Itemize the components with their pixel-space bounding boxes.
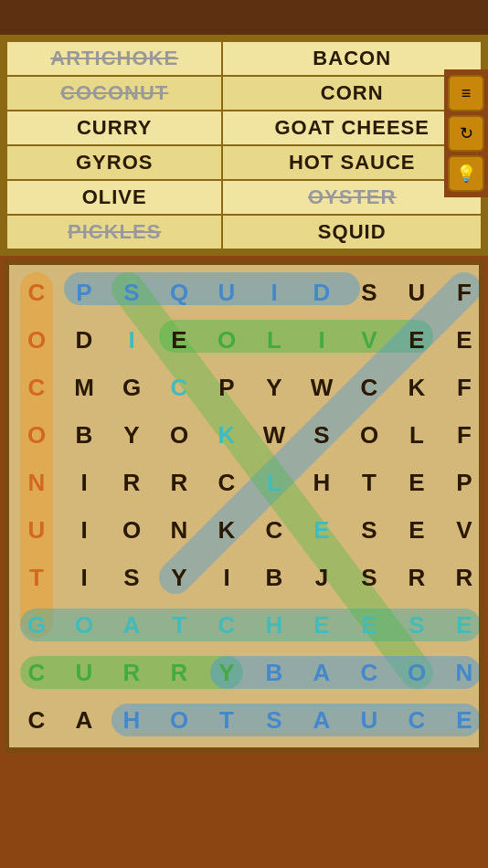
grid-cell[interactable]: A: [60, 696, 108, 744]
grid-cell[interactable]: I: [60, 554, 108, 601]
grid-cell[interactable]: Y: [203, 649, 250, 696]
grid-cell[interactable]: P: [203, 364, 250, 411]
grid-cell[interactable]: C: [13, 696, 60, 744]
grid-cell[interactable]: R: [108, 649, 155, 696]
grid-cell[interactable]: F: [440, 411, 484, 459]
grid-cell[interactable]: E: [393, 316, 440, 364]
grid-cell[interactable]: P: [60, 269, 108, 316]
grid-cell[interactable]: Y: [108, 411, 155, 459]
grid-cell[interactable]: S: [345, 269, 393, 316]
grid-cell[interactable]: S: [345, 506, 393, 554]
grid-cell[interactable]: A: [298, 696, 345, 744]
grid-cell[interactable]: S: [298, 411, 345, 459]
grid-cell[interactable]: W: [298, 364, 345, 411]
grid-cell[interactable]: C: [345, 364, 393, 411]
grid-cell[interactable]: C: [203, 601, 250, 649]
grid-cell[interactable]: V: [345, 316, 393, 364]
grid-cell[interactable]: L: [393, 411, 440, 459]
grid-cell[interactable]: K: [203, 411, 250, 459]
grid-cell[interactable]: A: [108, 601, 155, 649]
grid-cell[interactable]: W: [250, 411, 298, 459]
grid-cell[interactable]: E: [393, 506, 440, 554]
grid-cell[interactable]: I: [203, 554, 250, 601]
grid-cell[interactable]: O: [13, 411, 60, 459]
grid-cell[interactable]: S: [108, 554, 155, 601]
grid-cell[interactable]: B: [250, 554, 298, 601]
grid-cell[interactable]: I: [108, 316, 155, 364]
grid-cell[interactable]: C: [345, 649, 393, 696]
menu-button[interactable]: ≡: [448, 75, 484, 111]
grid-cell[interactable]: O: [13, 316, 60, 364]
grid-cell[interactable]: S: [345, 554, 393, 601]
grid-cell[interactable]: R: [440, 554, 484, 601]
grid-cell[interactable]: Q: [155, 269, 203, 316]
grid-cell[interactable]: I: [60, 459, 108, 506]
grid-cell[interactable]: O: [108, 506, 155, 554]
grid-cell[interactable]: S: [108, 269, 155, 316]
grid-cell[interactable]: U: [345, 696, 393, 744]
grid-cell[interactable]: N: [440, 649, 484, 696]
grid-cell[interactable]: K: [203, 506, 250, 554]
grid-cell[interactable]: I: [60, 506, 108, 554]
grid-cell[interactable]: C: [203, 459, 250, 506]
grid-cell[interactable]: R: [108, 459, 155, 506]
grid-cell[interactable]: E: [155, 316, 203, 364]
refresh-button[interactable]: ↻: [448, 115, 484, 152]
grid-cell[interactable]: T: [203, 696, 250, 744]
grid-cell[interactable]: F: [440, 269, 484, 316]
grid-cell[interactable]: T: [155, 601, 203, 649]
grid-cell[interactable]: O: [155, 411, 203, 459]
grid-cell[interactable]: B: [60, 411, 108, 459]
grid-cell[interactable]: B: [250, 649, 298, 696]
grid-cell[interactable]: E: [298, 601, 345, 649]
grid-cell[interactable]: D: [60, 316, 108, 364]
grid-cell[interactable]: C: [250, 506, 298, 554]
grid-cell[interactable]: G: [13, 601, 60, 649]
grid-cell[interactable]: O: [393, 649, 440, 696]
grid-cell[interactable]: T: [13, 554, 60, 601]
grid-cell[interactable]: M: [60, 364, 108, 411]
grid-cell[interactable]: F: [440, 364, 484, 411]
grid-cell[interactable]: V: [440, 506, 484, 554]
grid-cell[interactable]: J: [298, 554, 345, 601]
grid-cell[interactable]: H: [108, 696, 155, 744]
grid-cell[interactable]: I: [298, 316, 345, 364]
grid-cell[interactable]: O: [203, 316, 250, 364]
grid-cell[interactable]: A: [298, 649, 345, 696]
grid-cell[interactable]: H: [298, 459, 345, 506]
grid-cell[interactable]: E: [393, 459, 440, 506]
grid-cell[interactable]: S: [393, 601, 440, 649]
grid-cell[interactable]: C: [13, 649, 60, 696]
grid-cell[interactable]: R: [155, 649, 203, 696]
grid-cell[interactable]: O: [345, 411, 393, 459]
grid-cell[interactable]: L: [250, 316, 298, 364]
grid-cell[interactable]: E: [298, 506, 345, 554]
grid-cell[interactable]: T: [345, 459, 393, 506]
grid-cell[interactable]: E: [440, 601, 484, 649]
grid-cell[interactable]: G: [108, 364, 155, 411]
grid-cell[interactable]: N: [155, 506, 203, 554]
grid-cell[interactable]: U: [13, 506, 60, 554]
grid-cell[interactable]: C: [393, 696, 440, 744]
grid-cell[interactable]: E: [440, 696, 484, 744]
grid-cell[interactable]: U: [60, 649, 108, 696]
grid-cell[interactable]: O: [155, 696, 203, 744]
grid-cell[interactable]: C: [13, 364, 60, 411]
grid-cell[interactable]: H: [250, 601, 298, 649]
grid-cell[interactable]: Y: [250, 364, 298, 411]
grid-cell[interactable]: R: [155, 459, 203, 506]
grid-cell[interactable]: C: [13, 269, 60, 316]
grid-cell[interactable]: L: [250, 459, 298, 506]
grid-cell[interactable]: C: [155, 364, 203, 411]
grid-cell[interactable]: K: [393, 364, 440, 411]
grid-cell[interactable]: E: [440, 316, 484, 364]
grid-cell[interactable]: E: [345, 601, 393, 649]
hint-button[interactable]: 💡: [448, 155, 484, 192]
grid-cell[interactable]: D: [298, 269, 345, 316]
grid-cell[interactable]: O: [60, 601, 108, 649]
grid-cell[interactable]: I: [250, 269, 298, 316]
grid-cell[interactable]: U: [203, 269, 250, 316]
grid-cell[interactable]: U: [393, 269, 440, 316]
grid-cell[interactable]: R: [393, 554, 440, 601]
grid-cell[interactable]: P: [440, 459, 484, 506]
